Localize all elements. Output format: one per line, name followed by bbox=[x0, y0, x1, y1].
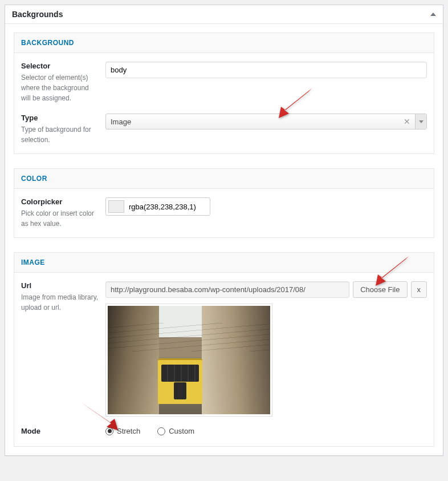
choose-file-button[interactable]: Choose File bbox=[353, 281, 407, 298]
clear-url-button[interactable]: x bbox=[411, 281, 427, 298]
panel-header[interactable]: Backgrounds bbox=[5, 5, 443, 24]
mode-radio-custom[interactable]: Custom bbox=[157, 427, 194, 435]
type-field: Type Type of background for selection. I… bbox=[21, 114, 427, 145]
url-field: Url Image from media library, upload or … bbox=[21, 281, 427, 417]
type-select-value: Image bbox=[106, 118, 399, 126]
backgrounds-panel: Backgrounds BACKGROUND Selector Selector… bbox=[5, 5, 443, 456]
background-section: BACKGROUND Selector Selector of element(… bbox=[14, 33, 434, 154]
selector-input[interactable] bbox=[105, 62, 427, 78]
mode-field: Mode Stretch Custom bbox=[21, 427, 427, 438]
panel-body: BACKGROUND Selector Selector of element(… bbox=[5, 24, 443, 455]
color-swatch[interactable] bbox=[108, 200, 124, 213]
selector-label: Selector bbox=[21, 62, 100, 70]
image-thumbnail bbox=[105, 304, 272, 417]
collapse-icon[interactable] bbox=[430, 13, 436, 16]
colorpicker-input[interactable] bbox=[128, 201, 207, 212]
mode-radio-group: Stretch Custom bbox=[105, 427, 427, 435]
colorpicker-desc: Pick color or insert color as hex value. bbox=[21, 208, 100, 229]
type-desc: Type of background for selection. bbox=[21, 124, 100, 145]
radio-icon bbox=[157, 427, 165, 435]
color-section-header: COLOR bbox=[14, 169, 434, 189]
type-dropdown-icon[interactable] bbox=[415, 114, 426, 129]
background-section-header: BACKGROUND bbox=[14, 33, 434, 53]
colorpicker-label: Colorpicker bbox=[21, 197, 100, 206]
image-section-header: IMAGE bbox=[14, 253, 434, 273]
image-section-body: Url Image from media library, upload or … bbox=[14, 273, 434, 446]
type-clear-icon[interactable]: ✕ bbox=[399, 117, 415, 126]
color-section: COLOR Colorpicker Pick color or insert c… bbox=[14, 168, 434, 238]
mode-label: Mode bbox=[21, 427, 100, 435]
radio-icon bbox=[105, 427, 113, 435]
url-input[interactable]: http://playground.besaba.com/wp-content/… bbox=[105, 281, 349, 298]
color-section-body: Colorpicker Pick color or insert color a… bbox=[14, 189, 434, 237]
panel-title: Backgrounds bbox=[12, 10, 63, 19]
mode-radio-custom-label: Custom bbox=[169, 427, 194, 435]
url-label: Url bbox=[21, 281, 100, 290]
type-label: Type bbox=[21, 114, 100, 122]
colorpicker-input-wrap[interactable] bbox=[105, 197, 210, 216]
colorpicker-field: Colorpicker Pick color or insert color a… bbox=[21, 197, 427, 229]
selector-desc: Selector of element(s) where the backgro… bbox=[21, 72, 100, 103]
type-select[interactable]: Image ✕ bbox=[105, 114, 427, 130]
mode-radio-stretch[interactable]: Stretch bbox=[105, 427, 140, 435]
selector-field: Selector Selector of element(s) where th… bbox=[21, 62, 427, 103]
url-desc: Image from media library, upload or url. bbox=[21, 292, 100, 313]
background-section-body: Selector Selector of element(s) where th… bbox=[14, 53, 434, 153]
mode-radio-stretch-label: Stretch bbox=[117, 427, 140, 435]
image-section: IMAGE Url Image from media library, uplo… bbox=[14, 252, 434, 447]
